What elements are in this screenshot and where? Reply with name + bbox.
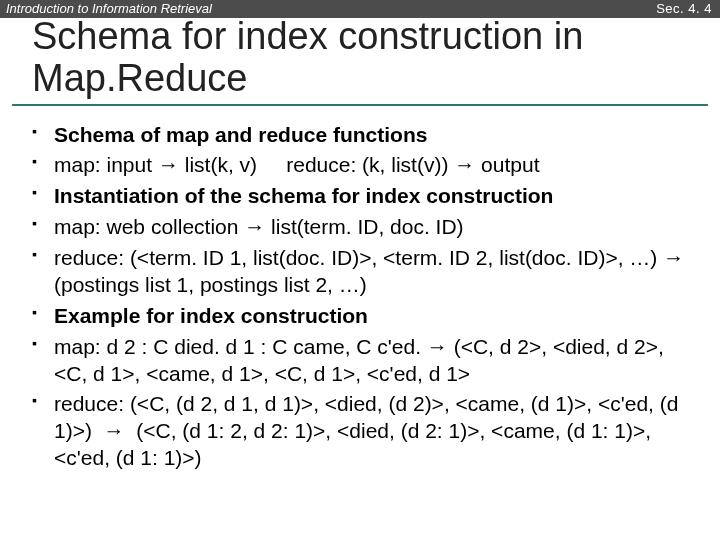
list-item: Schema of map and reduce functions [54,122,690,149]
list-item: map: web collection → list(term. ID, doc… [54,214,690,241]
title-divider [12,104,708,106]
list-item: map: input → list(k, v) reduce: (k, list… [54,152,690,179]
course-title: Introduction to Information Retrieval [6,1,212,16]
slide-title: Schema for index construction in Map.Red… [0,16,720,100]
list-item: reduce: (<C, (d 2, d 1, d 1)>, <died, (d… [54,391,690,472]
section-label: Sec. 4. 4 [656,1,712,16]
bullet-list: Schema of map and reduce functions map: … [0,116,720,473]
list-item: Instantiation of the schema for index co… [54,183,690,210]
list-item: Example for index construction [54,303,690,330]
list-item: reduce: (<term. ID 1, list(doc. ID)>, <t… [54,245,690,299]
list-item: map: d 2 : C died. d 1 : C came, C c'ed.… [54,334,690,388]
